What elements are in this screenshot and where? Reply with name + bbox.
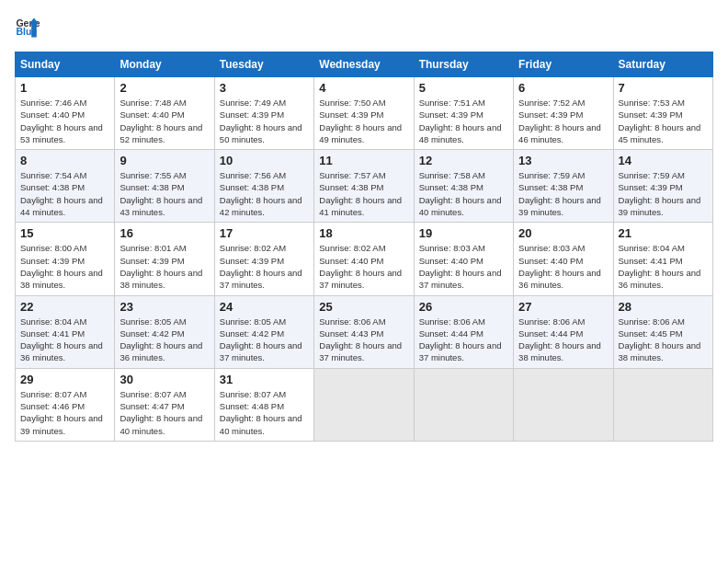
day-number: 24	[220, 300, 309, 314]
day-detail: Sunrise: 8:00 AM Sunset: 4:39 PM Dayligh…	[20, 242, 109, 291]
day-number: 9	[119, 154, 209, 167]
day-number: 25	[319, 300, 408, 314]
day-detail: Sunrise: 7:50 AM Sunset: 4:39 PM Dayligh…	[319, 97, 408, 145]
day-number: 29	[20, 373, 109, 386]
day-number: 4	[319, 81, 408, 95]
col-header-tuesday: Tuesday	[214, 52, 313, 77]
day-detail: Sunrise: 7:56 AM Sunset: 4:38 PM Dayligh…	[220, 169, 309, 218]
day-detail: Sunrise: 8:07 AM Sunset: 4:48 PM Dayligh…	[220, 388, 309, 437]
day-detail: Sunrise: 8:06 AM Sunset: 4:44 PM Dayligh…	[518, 316, 608, 364]
day-detail: Sunrise: 8:06 AM Sunset: 4:43 PM Dayligh…	[319, 316, 408, 364]
calendar-cell: 13 Sunrise: 7:59 AM Sunset: 4:38 PM Dayl…	[514, 150, 613, 223]
calendar-cell	[514, 368, 613, 441]
col-header-monday: Monday	[115, 52, 214, 77]
day-detail: Sunrise: 7:55 AM Sunset: 4:38 PM Dayligh…	[119, 169, 209, 218]
day-detail: Sunrise: 7:48 AM Sunset: 4:40 PM Dayligh…	[119, 97, 209, 145]
day-number: 6	[518, 81, 608, 95]
calendar-cell: 8 Sunrise: 7:54 AM Sunset: 4:38 PM Dayli…	[16, 150, 115, 223]
col-header-saturday: Saturday	[613, 52, 712, 77]
calendar-cell	[314, 368, 414, 441]
day-detail: Sunrise: 7:59 AM Sunset: 4:39 PM Dayligh…	[619, 169, 708, 218]
day-detail: Sunrise: 7:51 AM Sunset: 4:39 PM Dayligh…	[419, 97, 508, 145]
day-detail: Sunrise: 8:04 AM Sunset: 4:41 PM Dayligh…	[20, 316, 109, 364]
day-number: 13	[518, 154, 608, 167]
day-detail: Sunrise: 8:01 AM Sunset: 4:39 PM Dayligh…	[119, 242, 209, 291]
day-number: 7	[619, 81, 708, 95]
calendar-cell: 16 Sunrise: 8:01 AM Sunset: 4:39 PM Dayl…	[115, 223, 214, 295]
calendar-cell: 26 Sunrise: 8:06 AM Sunset: 4:44 PM Dayl…	[414, 295, 513, 368]
day-number: 14	[619, 154, 708, 167]
day-number: 19	[419, 226, 508, 240]
calendar-cell: 5 Sunrise: 7:51 AM Sunset: 4:39 PM Dayli…	[414, 77, 513, 150]
day-detail: Sunrise: 7:59 AM Sunset: 4:38 PM Dayligh…	[518, 169, 608, 218]
logo-icon: General Blue	[15, 15, 40, 40]
day-detail: Sunrise: 8:05 AM Sunset: 4:42 PM Dayligh…	[220, 316, 309, 364]
day-number: 23	[119, 300, 209, 314]
calendar-cell	[613, 368, 712, 441]
calendar-cell: 14 Sunrise: 7:59 AM Sunset: 4:39 PM Dayl…	[613, 150, 712, 223]
calendar-cell: 21 Sunrise: 8:04 AM Sunset: 4:41 PM Dayl…	[613, 223, 712, 295]
day-number: 12	[419, 154, 508, 167]
day-detail: Sunrise: 8:04 AM Sunset: 4:41 PM Dayligh…	[619, 242, 708, 291]
calendar-cell: 10 Sunrise: 7:56 AM Sunset: 4:38 PM Dayl…	[214, 150, 313, 223]
day-number: 26	[419, 300, 508, 314]
day-detail: Sunrise: 8:03 AM Sunset: 4:40 PM Dayligh…	[419, 242, 508, 291]
calendar-cell: 11 Sunrise: 7:57 AM Sunset: 4:38 PM Dayl…	[314, 150, 414, 223]
day-number: 16	[119, 226, 209, 240]
day-number: 21	[619, 226, 708, 240]
col-header-friday: Friday	[514, 52, 613, 77]
calendar-cell: 31 Sunrise: 8:07 AM Sunset: 4:48 PM Dayl…	[214, 368, 313, 441]
col-header-wednesday: Wednesday	[314, 52, 414, 77]
day-detail: Sunrise: 7:54 AM Sunset: 4:38 PM Dayligh…	[20, 169, 109, 218]
calendar-cell: 29 Sunrise: 8:07 AM Sunset: 4:46 PM Dayl…	[16, 368, 115, 441]
calendar-cell: 6 Sunrise: 7:52 AM Sunset: 4:39 PM Dayli…	[514, 77, 613, 150]
day-number: 31	[220, 373, 309, 386]
col-header-thursday: Thursday	[414, 52, 513, 77]
day-detail: Sunrise: 7:52 AM Sunset: 4:39 PM Dayligh…	[518, 97, 608, 145]
day-number: 5	[419, 81, 508, 95]
day-detail: Sunrise: 8:02 AM Sunset: 4:40 PM Dayligh…	[319, 242, 408, 291]
day-detail: Sunrise: 7:58 AM Sunset: 4:38 PM Dayligh…	[419, 169, 508, 218]
day-detail: Sunrise: 7:49 AM Sunset: 4:39 PM Dayligh…	[220, 97, 309, 145]
page-header: General Blue	[15, 15, 713, 40]
day-number: 18	[319, 226, 408, 240]
day-number: 20	[518, 226, 608, 240]
day-number: 17	[220, 226, 309, 240]
day-detail: Sunrise: 8:02 AM Sunset: 4:39 PM Dayligh…	[220, 242, 309, 291]
day-number: 30	[119, 373, 209, 386]
calendar-cell: 18 Sunrise: 8:02 AM Sunset: 4:40 PM Dayl…	[314, 223, 414, 295]
calendar-cell: 19 Sunrise: 8:03 AM Sunset: 4:40 PM Dayl…	[414, 223, 513, 295]
day-detail: Sunrise: 7:46 AM Sunset: 4:40 PM Dayligh…	[20, 97, 109, 145]
day-number: 11	[319, 154, 408, 167]
calendar-cell: 30 Sunrise: 8:07 AM Sunset: 4:47 PM Dayl…	[115, 368, 214, 441]
day-number: 22	[20, 300, 109, 314]
calendar-cell: 24 Sunrise: 8:05 AM Sunset: 4:42 PM Dayl…	[214, 295, 313, 368]
col-header-sunday: Sunday	[16, 52, 115, 77]
day-detail: Sunrise: 8:07 AM Sunset: 4:46 PM Dayligh…	[20, 388, 109, 437]
calendar-cell: 20 Sunrise: 8:03 AM Sunset: 4:40 PM Dayl…	[514, 223, 613, 295]
day-detail: Sunrise: 7:53 AM Sunset: 4:39 PM Dayligh…	[619, 97, 708, 145]
calendar-cell: 22 Sunrise: 8:04 AM Sunset: 4:41 PM Dayl…	[16, 295, 115, 368]
day-detail: Sunrise: 8:05 AM Sunset: 4:42 PM Dayligh…	[119, 316, 209, 364]
day-detail: Sunrise: 8:03 AM Sunset: 4:40 PM Dayligh…	[518, 242, 608, 291]
calendar-cell: 3 Sunrise: 7:49 AM Sunset: 4:39 PM Dayli…	[214, 77, 313, 150]
logo: General Blue	[15, 15, 44, 40]
calendar-cell: 12 Sunrise: 7:58 AM Sunset: 4:38 PM Dayl…	[414, 150, 513, 223]
calendar-cell: 2 Sunrise: 7:48 AM Sunset: 4:40 PM Dayli…	[115, 77, 214, 150]
day-number: 1	[20, 81, 109, 95]
calendar-cell	[414, 368, 513, 441]
calendar-cell: 15 Sunrise: 8:00 AM Sunset: 4:39 PM Dayl…	[16, 223, 115, 295]
calendar-cell: 28 Sunrise: 8:06 AM Sunset: 4:45 PM Dayl…	[613, 295, 712, 368]
day-number: 8	[20, 154, 109, 167]
calendar-cell: 27 Sunrise: 8:06 AM Sunset: 4:44 PM Dayl…	[514, 295, 613, 368]
day-number: 2	[119, 81, 209, 95]
calendar-cell: 7 Sunrise: 7:53 AM Sunset: 4:39 PM Dayli…	[613, 77, 712, 150]
calendar-cell: 1 Sunrise: 7:46 AM Sunset: 4:40 PM Dayli…	[16, 77, 115, 150]
calendar-cell: 4 Sunrise: 7:50 AM Sunset: 4:39 PM Dayli…	[314, 77, 414, 150]
day-number: 27	[518, 300, 608, 314]
day-number: 28	[619, 300, 708, 314]
calendar-cell: 25 Sunrise: 8:06 AM Sunset: 4:43 PM Dayl…	[314, 295, 414, 368]
calendar-table: SundayMondayTuesdayWednesdayThursdayFrid…	[15, 52, 713, 442]
day-detail: Sunrise: 7:57 AM Sunset: 4:38 PM Dayligh…	[319, 169, 408, 218]
day-number: 15	[20, 226, 109, 240]
